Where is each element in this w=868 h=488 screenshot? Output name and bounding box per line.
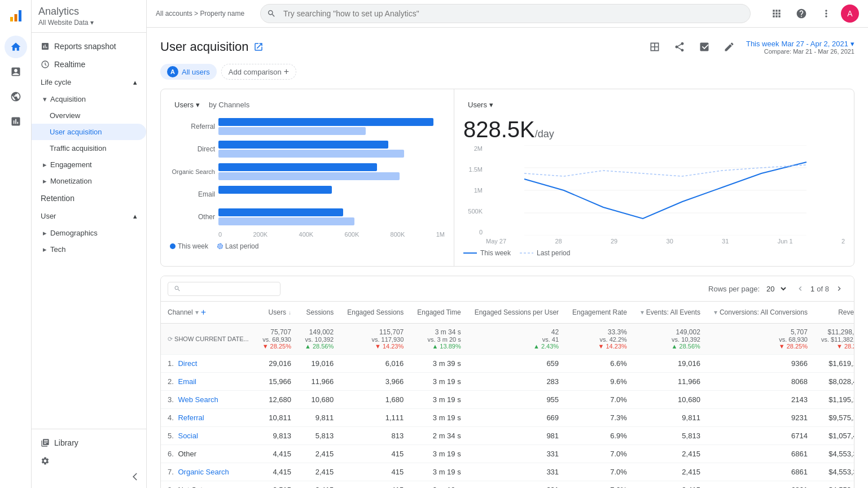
all-users-filter[interactable]: A All users <box>160 64 217 80</box>
table-search[interactable] <box>168 282 280 296</box>
sidebar-item-acquisition[interactable]: ▾ Acquisition <box>32 91 146 107</box>
bar-row-organic: Organic Search <box>170 163 445 180</box>
bar-email-current <box>218 186 332 194</box>
cell-events: 2,415 <box>634 463 707 481</box>
users-line-dropdown-btn[interactable]: Users ▾ <box>463 98 498 111</box>
cell-channel[interactable]: 2. Email <box>161 373 256 391</box>
table-view-btn[interactable] <box>645 37 665 57</box>
col-engaged-time[interactable]: Engaged Time <box>410 302 467 324</box>
cell-users: 9,813 <box>256 427 298 445</box>
cell-channel[interactable]: 3. Web Search <box>161 391 256 409</box>
page-title-row: User acquisition <box>160 40 264 54</box>
add-col-icon[interactable]: + <box>201 307 206 317</box>
summary-sessions: 149,002 vs. 10,392 ▲ 28.56% <box>298 324 340 355</box>
table-head: Channel ▾ + Users ↓ <box>161 302 854 324</box>
cell-per-user: 331 <box>468 445 565 463</box>
cell-engaged: 6,016 <box>340 355 410 373</box>
engagement-expand-icon: ▸ <box>43 160 47 169</box>
table-search-icon <box>174 285 181 293</box>
collapse-icon <box>133 472 142 481</box>
col-engagement-rate[interactable]: Engagement Rate <box>565 302 634 324</box>
add-comparison-btn[interactable]: Add comparison + <box>221 64 296 80</box>
sidebar-settings-btn[interactable] <box>32 452 146 470</box>
page-title-link-icon[interactable] <box>253 42 264 52</box>
sidebar-item-realtime[interactable]: Realtime <box>32 55 146 73</box>
col-events[interactable]: ▾ Events: All Events <box>634 302 707 324</box>
col-channel[interactable]: Channel ▾ + <box>161 302 256 324</box>
sidebar-item-tech[interactable]: ▸ Tech <box>32 241 146 258</box>
line-chart-legend: This week Last period <box>463 249 845 257</box>
user-section[interactable]: User ▴ <box>32 207 146 225</box>
cell-per-user: 331 <box>468 463 565 481</box>
cell-engaged: 415 <box>340 463 410 481</box>
col-engaged-per-user[interactable]: Engaged Sessions per User <box>468 302 565 324</box>
lifecycle-chevron-icon: ▴ <box>133 78 137 86</box>
cell-conversions: 6861 <box>707 463 814 481</box>
apps-icon-btn[interactable] <box>766 3 787 24</box>
summary-row: ⟳ SHOW CURRENT DATE... 75,707 vs. 68,930… <box>161 324 854 355</box>
col-revenue[interactable]: Revenue <box>814 302 854 324</box>
cell-channel[interactable]: 5. Social <box>161 427 256 445</box>
table-scroll: Channel ▾ + Users ↓ <box>161 302 854 488</box>
users-dropdown-btn[interactable]: Users ▾ <box>170 98 204 111</box>
cell-sessions: 5,813 <box>298 427 340 445</box>
sidebar-item-overview[interactable]: Overview <box>32 107 146 124</box>
bar-chart-legend: This week Last period <box>170 242 445 250</box>
table-row: 2. Email 15,966 11,966 3,966 3 m 19 s 28… <box>161 373 854 391</box>
cell-time: 3 m 19 s <box>410 481 467 489</box>
explore-icon-btn[interactable] <box>5 85 27 108</box>
lifecycle-section[interactable]: Life cycle ▴ <box>32 73 146 91</box>
sidebar-navigation: Reports snapshot Realtime Life cycle ▴ ▾… <box>32 33 146 429</box>
more-icon-btn[interactable] <box>816 3 836 24</box>
sidebar-item-monetization[interactable]: ▸ Monetization <box>32 173 146 189</box>
col-users[interactable]: Users ↓ <box>256 302 298 324</box>
cell-rate: 9.6% <box>565 373 634 391</box>
sidebar-item-reports-snapshot[interactable]: Reports snapshot <box>32 37 146 55</box>
col-conversions[interactable]: ▾ Conversions: All Conversions <box>707 302 814 324</box>
sidebar-item-traffic-acquisition[interactable]: Traffic acquisition <box>32 140 146 156</box>
avatar[interactable]: A <box>841 5 859 23</box>
summary-show-date[interactable]: ⟳ SHOW CURRENT DATE... <box>161 324 256 355</box>
cell-channel[interactable]: 4. Referral <box>161 409 256 427</box>
cell-time: 3 m 19 s <box>410 463 467 481</box>
sidebar-item-user-acquisition[interactable]: User acquisition <box>32 124 146 140</box>
insights-btn[interactable] <box>694 37 714 57</box>
cell-sessions: 9,811 <box>298 409 340 427</box>
sidebar-item-retention[interactable]: Retention <box>32 189 146 207</box>
sidebar-item-demographics[interactable]: ▸ Demographics <box>32 225 146 241</box>
cell-engaged: 813 <box>340 427 410 445</box>
app-name: Analytics <box>38 6 139 18</box>
rows-per-page-select[interactable]: 20 50 100 <box>764 284 788 294</box>
demographics-expand-icon: ▸ <box>43 229 47 237</box>
collapse-sidebar-btn[interactable] <box>32 470 146 483</box>
property-selector[interactable]: All Website Data ▾ <box>38 19 139 27</box>
cell-users: 4,415 <box>256 445 298 463</box>
advertising-icon-btn[interactable] <box>5 110 27 133</box>
table-search-input[interactable] <box>185 285 274 293</box>
search-input[interactable] <box>260 4 751 23</box>
col-engaged-sessions[interactable]: Engaged Sessions <box>340 302 410 324</box>
home-icon-btn[interactable] <box>5 36 27 58</box>
cell-channel[interactable]: 1. Direct <box>161 355 256 373</box>
help-icon-btn[interactable] <box>791 3 812 24</box>
edit-btn[interactable] <box>719 37 739 57</box>
reports-icon-btn[interactable] <box>5 60 27 83</box>
cell-channel[interactable]: 7. Organic Search <box>161 463 256 481</box>
sidebar-item-library[interactable]: Library <box>32 434 146 452</box>
next-page-btn[interactable] <box>831 281 847 297</box>
summary-time: 3 m 34 s vs. 3 m 20 s ▲ 13.89% <box>410 324 467 355</box>
cell-engaged: 415 <box>340 481 410 489</box>
sidebar-item-engagement[interactable]: ▸ Engagement <box>32 156 146 173</box>
line-legend-previous-icon <box>520 251 533 255</box>
share-btn[interactable] <box>669 37 690 57</box>
share-icon <box>674 41 685 53</box>
prev-page-btn[interactable] <box>792 281 808 297</box>
main-content: All accounts > Property name A <box>147 0 868 488</box>
cell-channel: 6. Other <box>161 445 256 463</box>
bar-organic-current <box>218 163 377 171</box>
col-sessions[interactable]: Sessions <box>298 302 340 324</box>
bar-other-current <box>218 208 343 216</box>
cell-revenue: $4,553,377 <box>814 445 854 463</box>
cell-time: 3 m 19 s <box>410 373 467 391</box>
date-range-selector[interactable]: This week Mar 27 - Apr 2, 2021 ▾ <box>746 40 854 48</box>
